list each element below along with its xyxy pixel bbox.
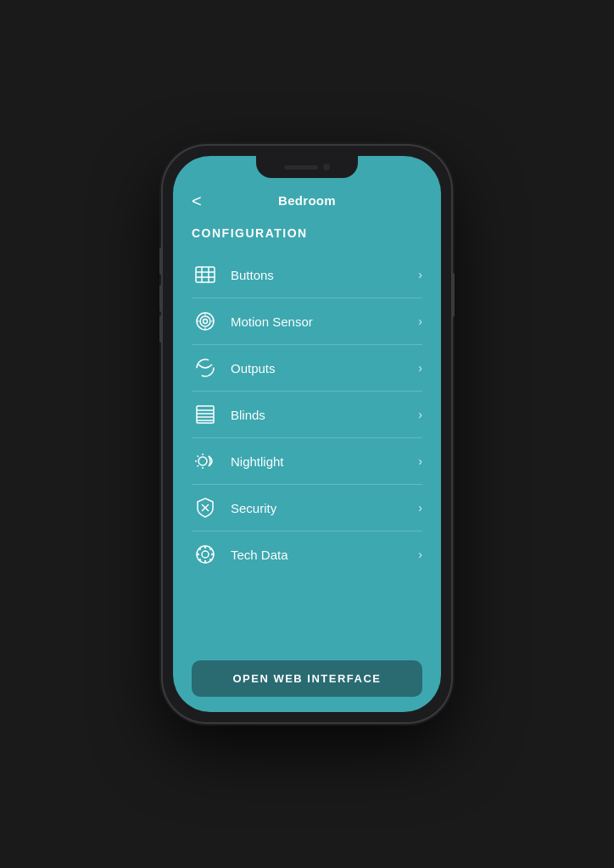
menu-item-blinds[interactable]: Blinds › xyxy=(192,392,422,438)
bottom-area: OPEN WEB INTERFACE xyxy=(173,652,441,712)
screen-content: < Bedroom CONFIGURATION xyxy=(173,156,441,652)
motion-sensor-label: Motion Sensor xyxy=(231,314,418,329)
menu-list: Buttons › xyxy=(192,252,422,637)
svg-point-6 xyxy=(200,316,210,326)
back-button[interactable]: < xyxy=(192,192,202,209)
svg-line-33 xyxy=(209,559,211,560)
header: < Bedroom xyxy=(192,193,422,208)
phone-screen: < Bedroom CONFIGURATION xyxy=(173,156,441,712)
buttons-chevron: › xyxy=(418,268,422,281)
blinds-label: Blinds xyxy=(231,408,418,422)
menu-item-nightlight[interactable]: Nightlight › xyxy=(192,438,422,485)
page-title: Bedroom xyxy=(278,193,336,208)
motion-sensor-chevron: › xyxy=(418,314,422,328)
outputs-chevron: › xyxy=(418,361,422,375)
nightlight-chevron: › xyxy=(418,454,422,468)
menu-item-buttons[interactable]: Buttons › xyxy=(192,252,422,298)
tech-data-icon xyxy=(192,541,219,568)
menu-item-motion-sensor[interactable]: Motion Sensor › xyxy=(192,298,422,345)
svg-point-7 xyxy=(204,320,208,324)
tech-data-chevron: › xyxy=(418,548,422,561)
svg-line-34 xyxy=(209,548,211,550)
security-chevron: › xyxy=(418,501,422,515)
tech-data-label: Tech Data xyxy=(231,548,418,562)
section-label: CONFIGURATION xyxy=(192,226,422,240)
motion-sensor-icon xyxy=(192,308,219,335)
outputs-label: Outputs xyxy=(231,361,418,376)
open-web-interface-button[interactable]: OPEN WEB INTERFACE xyxy=(192,660,422,697)
notch xyxy=(256,156,358,178)
menu-item-tech-data[interactable]: Tech Data › xyxy=(192,531,422,577)
nightlight-icon xyxy=(192,448,219,475)
svg-line-23 xyxy=(198,465,199,467)
menu-item-security[interactable]: Security › xyxy=(192,485,422,531)
svg-point-27 xyxy=(202,551,209,558)
speaker xyxy=(284,165,318,170)
outputs-icon xyxy=(192,354,219,381)
camera xyxy=(323,164,330,170)
buttons-label: Buttons xyxy=(231,268,418,282)
nightlight-label: Nightlight xyxy=(231,454,418,469)
phone-frame: < Bedroom CONFIGURATION xyxy=(163,146,451,722)
blinds-chevron: › xyxy=(418,408,422,421)
svg-line-22 xyxy=(198,456,199,458)
buttons-icon xyxy=(192,261,219,288)
security-label: Security xyxy=(231,501,418,515)
menu-item-outputs[interactable]: Outputs › xyxy=(192,345,422,392)
blinds-icon xyxy=(192,401,219,428)
svg-line-35 xyxy=(199,559,201,560)
svg-rect-0 xyxy=(196,267,215,282)
svg-line-32 xyxy=(199,548,201,550)
svg-point-18 xyxy=(198,457,207,465)
security-icon xyxy=(192,494,219,521)
